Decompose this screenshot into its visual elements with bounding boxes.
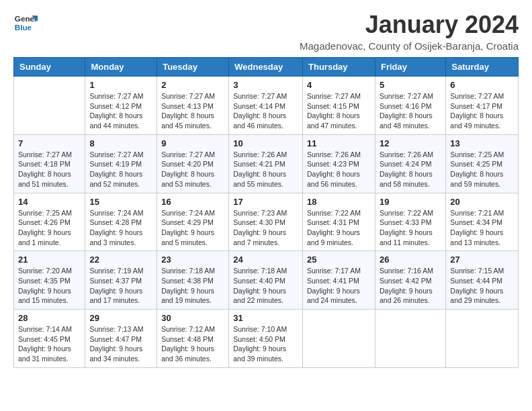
day-number: 8 bbox=[89, 138, 152, 148]
day-info: Sunrise: 7:27 AM Sunset: 4:19 PM Dayligh… bbox=[89, 150, 152, 189]
day-info: Sunrise: 7:23 AM Sunset: 4:30 PM Dayligh… bbox=[233, 208, 298, 248]
calendar-cell: 8Sunrise: 7:27 AM Sunset: 4:19 PM Daylig… bbox=[85, 134, 157, 193]
header: General Blue January 2024 Magadenovac, C… bbox=[13, 11, 519, 52]
day-info: Sunrise: 7:12 AM Sunset: 4:48 PM Dayligh… bbox=[161, 324, 224, 364]
title-area: January 2024 Magadenovac, County of Osij… bbox=[300, 11, 519, 52]
day-number: 21 bbox=[18, 255, 81, 265]
calendar-cell: 30Sunrise: 7:12 AM Sunset: 4:48 PM Dayli… bbox=[157, 310, 229, 368]
day-info: Sunrise: 7:22 AM Sunset: 4:33 PM Dayligh… bbox=[380, 208, 441, 248]
day-info: Sunrise: 7:15 AM Sunset: 4:44 PM Dayligh… bbox=[450, 266, 514, 306]
calendar-cell: 27Sunrise: 7:15 AM Sunset: 4:44 PM Dayli… bbox=[446, 251, 519, 310]
day-number: 19 bbox=[380, 197, 441, 207]
day-number: 10 bbox=[233, 138, 298, 148]
day-number: 7 bbox=[18, 138, 81, 148]
day-info: Sunrise: 7:20 AM Sunset: 4:35 PM Dayligh… bbox=[18, 266, 81, 306]
logo-icon: General Blue bbox=[13, 11, 38, 35]
calendar-week-5: 28Sunrise: 7:14 AM Sunset: 4:45 PM Dayli… bbox=[14, 310, 519, 368]
day-number: 15 bbox=[89, 197, 152, 207]
calendar-cell: 21Sunrise: 7:20 AM Sunset: 4:35 PM Dayli… bbox=[14, 251, 85, 310]
calendar-cell: 12Sunrise: 7:26 AM Sunset: 4:24 PM Dayli… bbox=[375, 134, 445, 193]
calendar-header-row: SundayMondayTuesdayWednesdayThursdayFrid… bbox=[14, 58, 519, 77]
day-info: Sunrise: 7:27 AM Sunset: 4:12 PM Dayligh… bbox=[89, 91, 152, 131]
calendar-cell: 26Sunrise: 7:16 AM Sunset: 4:42 PM Dayli… bbox=[375, 251, 445, 310]
day-header-wednesday: Wednesday bbox=[229, 58, 303, 77]
calendar-cell: 24Sunrise: 7:18 AM Sunset: 4:40 PM Dayli… bbox=[229, 251, 303, 310]
calendar-cell: 15Sunrise: 7:24 AM Sunset: 4:28 PM Dayli… bbox=[85, 193, 157, 251]
day-number: 26 bbox=[380, 255, 441, 265]
logo: General Blue bbox=[13, 11, 38, 35]
calendar-cell: 20Sunrise: 7:21 AM Sunset: 4:34 PM Dayli… bbox=[446, 193, 519, 251]
day-info: Sunrise: 7:16 AM Sunset: 4:42 PM Dayligh… bbox=[380, 266, 441, 306]
day-number: 20 bbox=[450, 197, 514, 207]
calendar-cell bbox=[375, 310, 445, 368]
day-header-friday: Friday bbox=[375, 58, 445, 77]
day-info: Sunrise: 7:27 AM Sunset: 4:15 PM Dayligh… bbox=[307, 91, 371, 131]
day-number: 24 bbox=[233, 255, 298, 265]
calendar-week-4: 21Sunrise: 7:20 AM Sunset: 4:35 PM Dayli… bbox=[14, 251, 519, 310]
calendar-cell: 31Sunrise: 7:10 AM Sunset: 4:50 PM Dayli… bbox=[229, 310, 303, 368]
calendar-cell: 29Sunrise: 7:13 AM Sunset: 4:47 PM Dayli… bbox=[85, 310, 157, 368]
day-number: 31 bbox=[233, 313, 298, 323]
day-number: 16 bbox=[161, 197, 224, 207]
day-info: Sunrise: 7:18 AM Sunset: 4:38 PM Dayligh… bbox=[161, 266, 224, 306]
day-number: 28 bbox=[18, 313, 81, 323]
calendar-cell: 5Sunrise: 7:27 AM Sunset: 4:16 PM Daylig… bbox=[375, 77, 445, 135]
day-number: 4 bbox=[307, 80, 371, 90]
day-info: Sunrise: 7:18 AM Sunset: 4:40 PM Dayligh… bbox=[233, 266, 298, 306]
calendar-cell: 16Sunrise: 7:24 AM Sunset: 4:29 PM Dayli… bbox=[157, 193, 229, 251]
day-number: 5 bbox=[380, 80, 441, 90]
day-info: Sunrise: 7:19 AM Sunset: 4:37 PM Dayligh… bbox=[89, 266, 152, 306]
day-number: 2 bbox=[161, 80, 224, 90]
calendar-cell: 2Sunrise: 7:27 AM Sunset: 4:13 PM Daylig… bbox=[157, 77, 229, 135]
day-info: Sunrise: 7:26 AM Sunset: 4:24 PM Dayligh… bbox=[380, 150, 441, 189]
day-info: Sunrise: 7:24 AM Sunset: 4:28 PM Dayligh… bbox=[89, 208, 152, 248]
calendar-cell: 19Sunrise: 7:22 AM Sunset: 4:33 PM Dayli… bbox=[375, 193, 445, 251]
day-info: Sunrise: 7:27 AM Sunset: 4:13 PM Dayligh… bbox=[161, 91, 224, 131]
day-header-sunday: Sunday bbox=[14, 58, 85, 77]
calendar-week-2: 7Sunrise: 7:27 AM Sunset: 4:18 PM Daylig… bbox=[14, 134, 519, 193]
day-info: Sunrise: 7:10 AM Sunset: 4:50 PM Dayligh… bbox=[233, 324, 298, 364]
day-info: Sunrise: 7:27 AM Sunset: 4:17 PM Dayligh… bbox=[450, 91, 514, 131]
calendar-cell: 25Sunrise: 7:17 AM Sunset: 4:41 PM Dayli… bbox=[303, 251, 375, 310]
day-number: 11 bbox=[307, 138, 371, 148]
day-info: Sunrise: 7:26 AM Sunset: 4:23 PM Dayligh… bbox=[307, 150, 371, 189]
day-number: 22 bbox=[89, 255, 152, 265]
calendar-cell: 22Sunrise: 7:19 AM Sunset: 4:37 PM Dayli… bbox=[85, 251, 157, 310]
day-number: 18 bbox=[307, 197, 371, 207]
calendar-cell: 23Sunrise: 7:18 AM Sunset: 4:38 PM Dayli… bbox=[157, 251, 229, 310]
calendar-cell bbox=[303, 310, 375, 368]
day-info: Sunrise: 7:22 AM Sunset: 4:31 PM Dayligh… bbox=[307, 208, 371, 248]
calendar-cell: 18Sunrise: 7:22 AM Sunset: 4:31 PM Dayli… bbox=[303, 193, 375, 251]
svg-text:Blue: Blue bbox=[15, 23, 32, 32]
calendar-cell: 3Sunrise: 7:27 AM Sunset: 4:14 PM Daylig… bbox=[229, 77, 303, 135]
day-number: 1 bbox=[89, 80, 152, 90]
calendar-cell: 28Sunrise: 7:14 AM Sunset: 4:45 PM Dayli… bbox=[14, 310, 85, 368]
calendar-table: SundayMondayTuesdayWednesdayThursdayFrid… bbox=[13, 57, 519, 368]
calendar-cell: 1Sunrise: 7:27 AM Sunset: 4:12 PM Daylig… bbox=[85, 77, 157, 135]
calendar-cell: 17Sunrise: 7:23 AM Sunset: 4:30 PM Dayli… bbox=[229, 193, 303, 251]
location-subtitle: Magadenovac, County of Osijek-Baranja, C… bbox=[300, 40, 519, 52]
calendar-week-1: 1Sunrise: 7:27 AM Sunset: 4:12 PM Daylig… bbox=[14, 77, 519, 135]
day-info: Sunrise: 7:24 AM Sunset: 4:29 PM Dayligh… bbox=[161, 208, 224, 248]
calendar-cell: 14Sunrise: 7:25 AM Sunset: 4:26 PM Dayli… bbox=[14, 193, 85, 251]
calendar-cell: 10Sunrise: 7:26 AM Sunset: 4:21 PM Dayli… bbox=[229, 134, 303, 193]
calendar-cell bbox=[14, 77, 85, 135]
calendar-cell: 9Sunrise: 7:27 AM Sunset: 4:20 PM Daylig… bbox=[157, 134, 229, 193]
day-number: 25 bbox=[307, 255, 371, 265]
day-info: Sunrise: 7:25 AM Sunset: 4:25 PM Dayligh… bbox=[450, 150, 514, 189]
day-info: Sunrise: 7:21 AM Sunset: 4:34 PM Dayligh… bbox=[450, 208, 514, 248]
day-info: Sunrise: 7:26 AM Sunset: 4:21 PM Dayligh… bbox=[233, 150, 298, 189]
day-number: 9 bbox=[161, 138, 224, 148]
day-info: Sunrise: 7:25 AM Sunset: 4:26 PM Dayligh… bbox=[18, 208, 81, 248]
day-number: 29 bbox=[89, 313, 152, 323]
svg-text:General: General bbox=[15, 14, 38, 23]
day-number: 12 bbox=[380, 138, 441, 148]
day-info: Sunrise: 7:27 AM Sunset: 4:14 PM Dayligh… bbox=[233, 91, 298, 131]
day-header-thursday: Thursday bbox=[303, 58, 375, 77]
day-header-tuesday: Tuesday bbox=[157, 58, 229, 77]
calendar-cell bbox=[446, 310, 519, 368]
day-info: Sunrise: 7:27 AM Sunset: 4:16 PM Dayligh… bbox=[380, 91, 441, 131]
calendar-week-3: 14Sunrise: 7:25 AM Sunset: 4:26 PM Dayli… bbox=[14, 193, 519, 251]
day-info: Sunrise: 7:13 AM Sunset: 4:47 PM Dayligh… bbox=[89, 324, 152, 364]
day-number: 30 bbox=[161, 313, 224, 323]
